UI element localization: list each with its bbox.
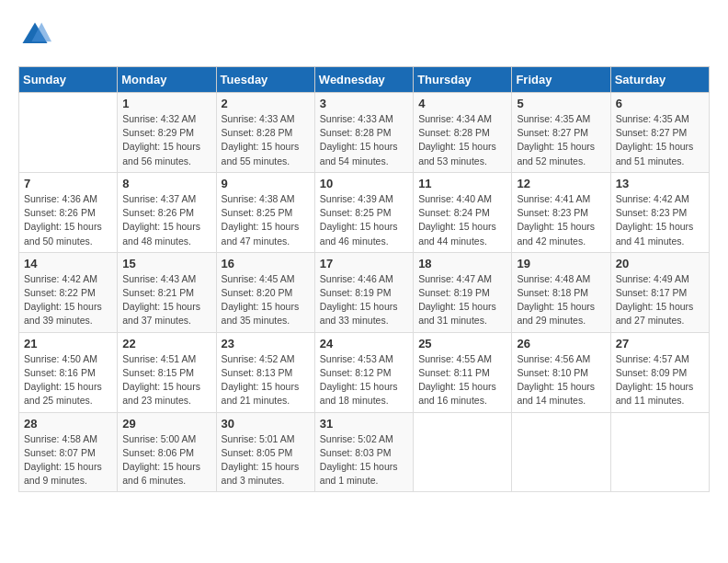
calendar-cell bbox=[19, 93, 118, 173]
day-number: 25 bbox=[418, 337, 506, 350]
calendar-cell: 18Sunrise: 4:47 AMSunset: 8:19 PMDayligh… bbox=[414, 252, 512, 332]
calendar-cell: 25Sunrise: 4:55 AMSunset: 8:11 PMDayligh… bbox=[414, 332, 512, 412]
calendar-cell: 26Sunrise: 4:56 AMSunset: 8:10 PMDayligh… bbox=[512, 332, 610, 412]
calendar-week-4: 21Sunrise: 4:50 AMSunset: 8:16 PMDayligh… bbox=[19, 332, 710, 412]
day-number: 8 bbox=[122, 177, 210, 190]
day-info: Sunrise: 4:42 AMSunset: 8:22 PMDaylight:… bbox=[24, 272, 112, 328]
day-number: 14 bbox=[24, 257, 112, 270]
day-number: 15 bbox=[122, 257, 210, 270]
day-info: Sunrise: 4:51 AMSunset: 8:15 PMDaylight:… bbox=[122, 352, 210, 408]
day-info: Sunrise: 4:56 AMSunset: 8:10 PMDaylight:… bbox=[517, 352, 605, 408]
calendar-cell: 21Sunrise: 4:50 AMSunset: 8:16 PMDayligh… bbox=[19, 332, 118, 412]
calendar-cell: 10Sunrise: 4:39 AMSunset: 8:25 PMDayligh… bbox=[314, 172, 413, 252]
calendar-cell: 9Sunrise: 4:38 AMSunset: 8:25 PMDaylight… bbox=[216, 172, 314, 252]
calendar-cell: 11Sunrise: 4:40 AMSunset: 8:24 PMDayligh… bbox=[414, 172, 512, 252]
calendar-cell: 3Sunrise: 4:33 AMSunset: 8:28 PMDaylight… bbox=[314, 93, 413, 173]
column-header-thursday: Thursday bbox=[414, 67, 512, 93]
day-number: 16 bbox=[222, 257, 310, 270]
day-info: Sunrise: 4:40 AMSunset: 8:24 PMDaylight:… bbox=[418, 192, 506, 248]
day-number: 17 bbox=[320, 257, 408, 270]
day-number: 11 bbox=[418, 177, 506, 190]
day-info: Sunrise: 5:02 AMSunset: 8:03 PMDaylight:… bbox=[320, 432, 408, 488]
column-header-friday: Friday bbox=[512, 67, 610, 93]
day-number: 18 bbox=[418, 257, 506, 270]
day-info: Sunrise: 4:52 AMSunset: 8:13 PMDaylight:… bbox=[222, 352, 310, 408]
calendar-cell: 27Sunrise: 4:57 AMSunset: 8:09 PMDayligh… bbox=[610, 332, 709, 412]
calendar-cell: 22Sunrise: 4:51 AMSunset: 8:15 PMDayligh… bbox=[118, 332, 216, 412]
calendar-week-1: 1Sunrise: 4:32 AMSunset: 8:29 PMDaylight… bbox=[19, 93, 710, 173]
day-info: Sunrise: 4:55 AMSunset: 8:11 PMDaylight:… bbox=[418, 352, 506, 408]
day-info: Sunrise: 4:49 AMSunset: 8:17 PMDaylight:… bbox=[616, 272, 704, 328]
day-number: 5 bbox=[517, 97, 605, 110]
day-info: Sunrise: 4:42 AMSunset: 8:23 PMDaylight:… bbox=[616, 192, 704, 248]
day-number: 7 bbox=[24, 177, 112, 190]
day-info: Sunrise: 4:58 AMSunset: 8:07 PMDaylight:… bbox=[24, 432, 112, 488]
day-number: 6 bbox=[616, 97, 704, 110]
day-info: Sunrise: 4:48 AMSunset: 8:18 PMDaylight:… bbox=[517, 272, 605, 328]
logo bbox=[18, 18, 55, 52]
calendar-cell: 30Sunrise: 5:01 AMSunset: 8:05 PMDayligh… bbox=[216, 412, 314, 492]
day-info: Sunrise: 5:00 AMSunset: 8:06 PMDaylight:… bbox=[122, 432, 210, 488]
logo-icon bbox=[18, 18, 51, 52]
day-number: 26 bbox=[517, 337, 605, 350]
calendar-cell: 2Sunrise: 4:33 AMSunset: 8:28 PMDaylight… bbox=[216, 93, 314, 173]
calendar-cell bbox=[512, 412, 610, 492]
calendar-cell bbox=[610, 412, 709, 492]
page-header bbox=[18, 18, 710, 52]
day-number: 19 bbox=[517, 257, 605, 270]
calendar-cell: 6Sunrise: 4:35 AMSunset: 8:27 PMDaylight… bbox=[610, 93, 709, 173]
column-header-sunday: Sunday bbox=[19, 67, 118, 93]
calendar-cell: 29Sunrise: 5:00 AMSunset: 8:06 PMDayligh… bbox=[118, 412, 216, 492]
day-info: Sunrise: 4:36 AMSunset: 8:26 PMDaylight:… bbox=[24, 192, 112, 248]
day-info: Sunrise: 4:47 AMSunset: 8:19 PMDaylight:… bbox=[418, 272, 506, 328]
day-number: 3 bbox=[320, 97, 408, 110]
day-number: 29 bbox=[122, 417, 210, 431]
day-info: Sunrise: 4:32 AMSunset: 8:29 PMDaylight:… bbox=[122, 112, 210, 168]
day-info: Sunrise: 4:33 AMSunset: 8:28 PMDaylight:… bbox=[222, 112, 310, 168]
calendar-week-5: 28Sunrise: 4:58 AMSunset: 8:07 PMDayligh… bbox=[19, 412, 710, 492]
calendar-cell: 12Sunrise: 4:41 AMSunset: 8:23 PMDayligh… bbox=[512, 172, 610, 252]
day-number: 12 bbox=[517, 177, 605, 190]
day-number: 20 bbox=[616, 257, 704, 270]
calendar-cell: 14Sunrise: 4:42 AMSunset: 8:22 PMDayligh… bbox=[19, 252, 118, 332]
day-number: 24 bbox=[320, 337, 408, 350]
calendar-cell: 5Sunrise: 4:35 AMSunset: 8:27 PMDaylight… bbox=[512, 93, 610, 173]
calendar-cell: 7Sunrise: 4:36 AMSunset: 8:26 PMDaylight… bbox=[19, 172, 118, 252]
day-number: 2 bbox=[222, 97, 310, 110]
column-header-wednesday: Wednesday bbox=[314, 67, 413, 93]
calendar-cell bbox=[414, 412, 512, 492]
day-number: 10 bbox=[320, 177, 408, 190]
day-number: 4 bbox=[418, 97, 506, 110]
day-number: 13 bbox=[616, 177, 704, 190]
day-number: 23 bbox=[222, 337, 310, 350]
day-number: 30 bbox=[222, 417, 310, 431]
day-info: Sunrise: 4:50 AMSunset: 8:16 PMDaylight:… bbox=[24, 352, 112, 408]
day-info: Sunrise: 4:38 AMSunset: 8:25 PMDaylight:… bbox=[222, 192, 310, 248]
calendar-cell: 1Sunrise: 4:32 AMSunset: 8:29 PMDaylight… bbox=[118, 93, 216, 173]
day-info: Sunrise: 4:35 AMSunset: 8:27 PMDaylight:… bbox=[517, 112, 605, 168]
day-number: 22 bbox=[122, 337, 210, 350]
column-header-saturday: Saturday bbox=[610, 67, 709, 93]
day-info: Sunrise: 5:01 AMSunset: 8:05 PMDaylight:… bbox=[222, 432, 310, 488]
calendar-header-row: SundayMondayTuesdayWednesdayThursdayFrid… bbox=[19, 67, 710, 93]
day-info: Sunrise: 4:53 AMSunset: 8:12 PMDaylight:… bbox=[320, 352, 408, 408]
day-info: Sunrise: 4:35 AMSunset: 8:27 PMDaylight:… bbox=[616, 112, 704, 168]
day-number: 21 bbox=[24, 337, 112, 350]
calendar-cell: 17Sunrise: 4:46 AMSunset: 8:19 PMDayligh… bbox=[314, 252, 413, 332]
calendar-cell: 31Sunrise: 5:02 AMSunset: 8:03 PMDayligh… bbox=[314, 412, 413, 492]
day-number: 9 bbox=[222, 177, 310, 190]
calendar-week-3: 14Sunrise: 4:42 AMSunset: 8:22 PMDayligh… bbox=[19, 252, 710, 332]
day-info: Sunrise: 4:57 AMSunset: 8:09 PMDaylight:… bbox=[616, 352, 704, 408]
calendar-cell: 20Sunrise: 4:49 AMSunset: 8:17 PMDayligh… bbox=[610, 252, 709, 332]
column-header-monday: Monday bbox=[118, 67, 216, 93]
calendar-cell: 16Sunrise: 4:45 AMSunset: 8:20 PMDayligh… bbox=[216, 252, 314, 332]
day-info: Sunrise: 4:39 AMSunset: 8:25 PMDaylight:… bbox=[320, 192, 408, 248]
day-number: 31 bbox=[320, 417, 408, 431]
calendar-cell: 13Sunrise: 4:42 AMSunset: 8:23 PMDayligh… bbox=[610, 172, 709, 252]
day-info: Sunrise: 4:43 AMSunset: 8:21 PMDaylight:… bbox=[122, 272, 210, 328]
calendar-table: SundayMondayTuesdayWednesdayThursdayFrid… bbox=[18, 66, 710, 492]
calendar-cell: 24Sunrise: 4:53 AMSunset: 8:12 PMDayligh… bbox=[314, 332, 413, 412]
calendar-cell: 8Sunrise: 4:37 AMSunset: 8:26 PMDaylight… bbox=[118, 172, 216, 252]
day-number: 28 bbox=[24, 417, 112, 431]
day-info: Sunrise: 4:45 AMSunset: 8:20 PMDaylight:… bbox=[222, 272, 310, 328]
